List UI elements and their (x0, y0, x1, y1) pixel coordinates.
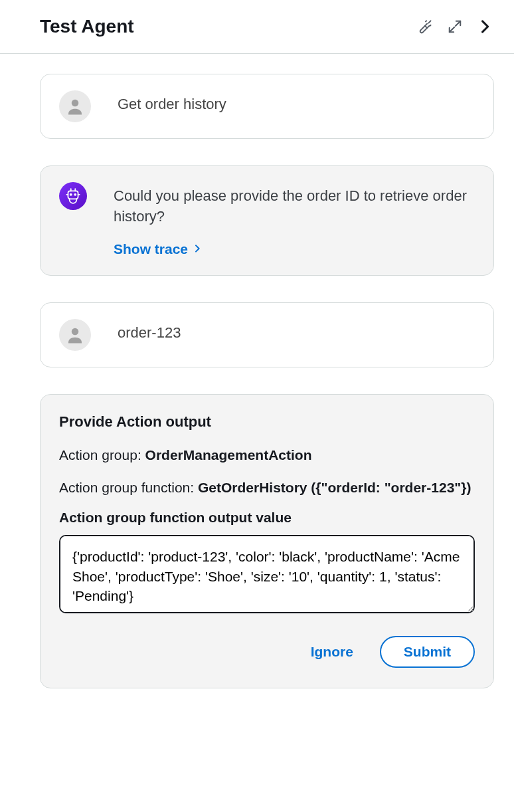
show-trace-link[interactable]: Show trace (114, 239, 203, 258)
user-message: Get order history (40, 74, 494, 139)
svg-point-6 (72, 328, 79, 336)
chat-content: Get order history Could you please provi… (0, 54, 514, 708)
chevron-right-icon[interactable] (475, 17, 494, 36)
page-title: Test Agent (40, 16, 134, 37)
action-function-value: GetOrderHistory ({"orderId: "order-123"}… (198, 480, 471, 495)
action-function-label: Action group function: (59, 480, 198, 495)
message-text: Could you please provide the order ID to… (114, 186, 475, 227)
show-trace-label: Show trace (114, 239, 188, 258)
expand-icon[interactable] (448, 19, 462, 34)
ignore-button[interactable]: Ignore (303, 637, 361, 666)
action-group-row: Action group: OrderManagementAction (59, 445, 475, 465)
action-function-row: Action group function: GetOrderHistory (… (59, 478, 475, 498)
user-avatar-icon (59, 90, 91, 122)
svg-rect-3 (68, 191, 78, 199)
svg-point-5 (74, 194, 76, 195)
message-body: Could you please provide the order ID to… (114, 182, 475, 259)
agent-message: Could you please provide the order ID to… (40, 165, 494, 276)
message-text: Get order history (118, 90, 475, 115)
action-output-panel: Provide Action output Action group: Orde… (40, 394, 494, 688)
output-value-textarea[interactable] (59, 535, 475, 613)
agent-avatar-icon (59, 182, 87, 210)
action-group-label: Action group: (59, 447, 145, 462)
user-message: order-123 (40, 302, 494, 367)
clear-icon[interactable] (417, 18, 434, 35)
svg-point-2 (72, 100, 79, 107)
action-panel-title: Provide Action output (59, 413, 475, 431)
chevron-right-icon (192, 243, 203, 254)
header-toolbar (417, 17, 494, 36)
svg-line-0 (456, 21, 460, 26)
submit-button[interactable]: Submit (380, 636, 475, 668)
action-group-value: OrderManagementAction (145, 447, 312, 462)
panel-header: Test Agent (0, 0, 514, 54)
message-text: order-123 (118, 319, 475, 344)
svg-point-4 (70, 194, 72, 195)
user-avatar-icon (59, 319, 91, 351)
svg-line-1 (450, 27, 454, 32)
output-value-label: Action group function output value (59, 510, 475, 526)
action-buttons-row: Ignore Submit (59, 636, 475, 668)
